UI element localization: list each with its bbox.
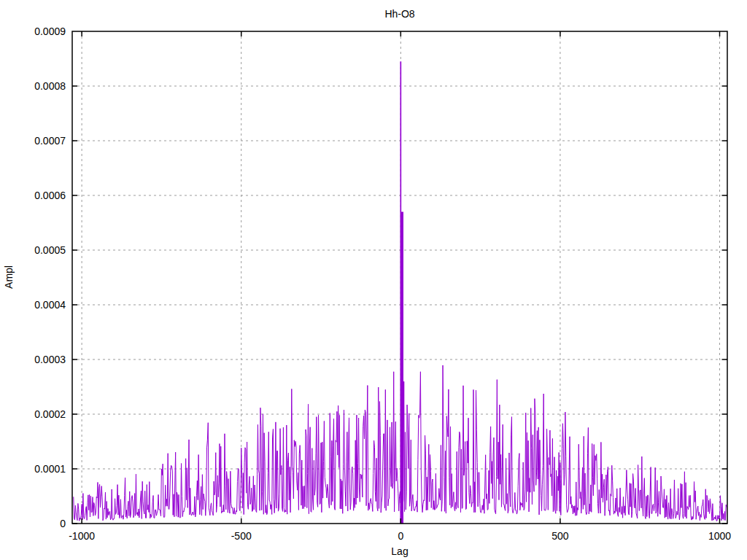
plot-border [72,31,727,524]
y-axis-label: Ampl [3,265,15,289]
x-tick-label: 0 [398,530,403,542]
data-series [74,61,727,524]
y-tick-label: 0.0007 [34,135,66,147]
y-tick-label: 0.0006 [34,190,66,201]
y-tick-label: 0.0003 [34,354,66,365]
y-tick-label: 0.0008 [34,80,66,92]
y-tick-label: 0 [60,518,66,529]
gnuplot-window: -1000-5000500100000.00010.00020.00030.00… [0,0,747,560]
x-axis-label: Lag [391,545,408,557]
y-tick-label: 0.0009 [34,26,66,37]
correlation-chart: -1000-5000500100000.00010.00020.00030.00… [0,0,747,560]
y-tick-label: 0.0004 [34,299,66,311]
noise-floor-series [74,365,727,521]
y-tick-label: 0.0001 [34,463,66,475]
y-tick-label: 0.0002 [34,408,66,420]
axis-ticks [72,31,727,524]
x-tick-label: -500 [231,530,252,542]
y-tick-label: 0.0005 [34,244,66,256]
chart-title: Hh-O8 [384,8,414,20]
grid-lines [72,31,727,524]
x-tick-label: -1000 [69,530,95,542]
x-tick-label: 500 [551,530,569,542]
x-tick-label: 1000 [708,530,731,542]
